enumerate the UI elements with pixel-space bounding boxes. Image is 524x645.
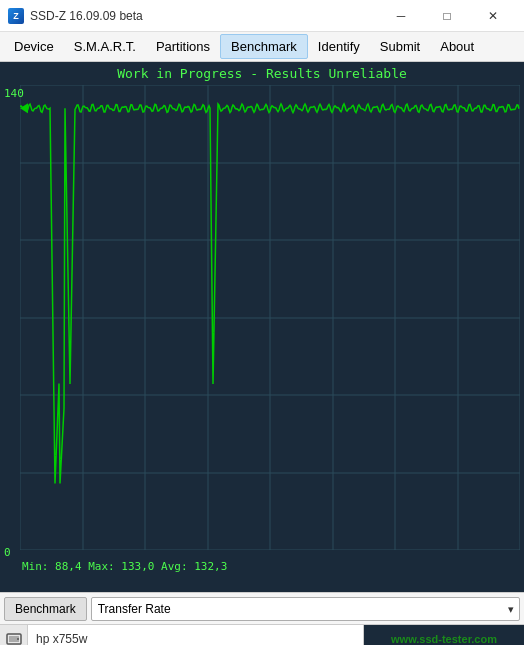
chart-area: 140 0 Min: 88,4 Max: 133,0 Avg: 132,3 [0, 85, 524, 575]
maximize-button[interactable]: □ [424, 0, 470, 32]
benchmark-button[interactable]: Benchmark [4, 597, 87, 621]
menu-partitions[interactable]: Partitions [146, 35, 220, 58]
status-bar: hp x755w www.ssd-tester.com [0, 624, 524, 645]
menu-submit[interactable]: Submit [370, 35, 430, 58]
title-bar-left: Z SSD-Z 16.09.09 beta [8, 8, 143, 24]
chart-container: Work in Progress - Results Unreliable 14… [0, 62, 524, 592]
website-link[interactable]: www.ssd-tester.com [364, 625, 524, 645]
menu-device[interactable]: Device [4, 35, 64, 58]
y-axis-bottom: 0 [4, 546, 11, 559]
menu-smart[interactable]: S.M.A.R.T. [64, 35, 146, 58]
app-icon: Z [8, 8, 24, 24]
benchmark-canvas [20, 85, 520, 550]
menu-benchmark[interactable]: Benchmark [220, 34, 308, 59]
menu-bar: Device S.M.A.R.T. Partitions Benchmark I… [0, 32, 524, 62]
window-controls: ─ □ ✕ [378, 0, 516, 32]
app-title: SSD-Z 16.09.09 beta [30, 9, 143, 23]
dropdown-wrapper: Transfer Rate IOPS Latency ▾ [91, 597, 520, 621]
y-axis-top: 140 [4, 87, 24, 100]
status-icon [0, 625, 28, 646]
menu-about[interactable]: About [430, 35, 484, 58]
svg-point-2 [17, 638, 19, 640]
chart-type-select[interactable]: Transfer Rate IOPS Latency [91, 597, 520, 621]
device-icon [6, 631, 22, 646]
close-button[interactable]: ✕ [470, 0, 516, 32]
title-bar: Z SSD-Z 16.09.09 beta ─ □ ✕ [0, 0, 524, 32]
menu-identify[interactable]: Identify [308, 35, 370, 58]
chart-stats: Min: 88,4 Max: 133,0 Avg: 132,3 [22, 560, 227, 573]
bottom-toolbar: Benchmark Transfer Rate IOPS Latency ▾ [0, 592, 524, 624]
chart-title: Work in Progress - Results Unreliable [0, 62, 524, 85]
minimize-button[interactable]: ─ [378, 0, 424, 32]
device-name: hp x755w [28, 625, 364, 645]
